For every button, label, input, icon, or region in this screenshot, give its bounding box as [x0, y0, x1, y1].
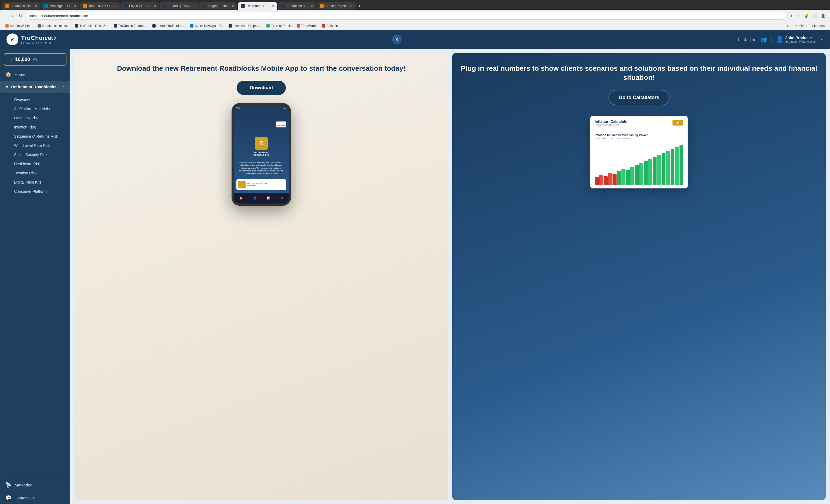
browser-toolbar: ‹ › ↻ ⬆ ☆ 🧩 ⬜ 👤	[0, 10, 830, 22]
sidebar-item-home[interactable]: 🏠 Home	[0, 68, 70, 81]
k-button[interactable]: K	[392, 35, 402, 44]
tab-close-7[interactable]: ✕	[272, 5, 274, 7]
sidebar-subitem-all-platform-materials[interactable]: All Platform Materials	[0, 104, 70, 113]
tab-close-2[interactable]: ✕	[74, 5, 76, 7]
bookmark-10[interactable]: Seismic	[320, 23, 340, 29]
new-tab-button[interactable]: +	[356, 2, 363, 9]
sidebar-retirement-label: Retirement Roadblocks	[11, 85, 59, 89]
calc-body: Inflation Impact on Purchasing Power HYP…	[590, 130, 688, 189]
phone-description: Master these Retirement Roadblock conver…	[238, 161, 284, 175]
points-value: 10,000	[15, 57, 30, 62]
user-chevron-icon: ▼	[820, 37, 824, 41]
tab-close-8[interactable]: ✕	[311, 5, 313, 7]
mobile-app-card: Download the new Retirement Roadblocks M…	[74, 53, 448, 500]
bookmark-3[interactable]: TruChoice Docs &...	[73, 23, 110, 29]
header-right: f 𝕏 in 👥 👤 John Producer jproducer@finan…	[738, 36, 824, 43]
browser-tab-8[interactable]: Production Ac... ✕	[278, 2, 316, 10]
tab-close-4[interactable]: ✕	[154, 5, 156, 7]
profile-icon[interactable]: 👤	[820, 13, 827, 19]
calc-title-area: Inflation Calculator September 18, 2021	[595, 119, 629, 127]
header-left: ✓ TruChoice® FINANCIAL GROUP	[6, 33, 56, 45]
bookmark-5[interactable]: demo | TruChoice...	[150, 23, 187, 29]
sidebar-subitem-taxation-risk[interactable]: Taxation Risk	[0, 168, 70, 178]
sidebar-item-retirement-roadblocks[interactable]: ≡ Retirement Roadblocks ∧	[0, 81, 70, 93]
browser-tab-9[interactable]: Home | Projec... ✕	[317, 2, 356, 10]
user-name: John Producer	[786, 36, 818, 40]
bookmark-1[interactable]: Act-On Wix etc.	[3, 23, 34, 29]
calculators-title: Plug in real numbers to show clients sce…	[460, 64, 818, 82]
bookmarks-folder[interactable]: 📁 Other Bookmarks	[792, 23, 827, 29]
linkedin-icon[interactable]: in	[751, 37, 756, 42]
bookmark-8[interactable]: Everest Public	[264, 23, 294, 29]
points-label: Pts	[33, 58, 37, 61]
tab-close-6[interactable]: ✕	[232, 5, 234, 7]
window-icon[interactable]: ⬜	[811, 13, 819, 19]
phone-screen: 9:33 ●●● R RETIREMENTROADBLOCKS Tr	[234, 105, 289, 204]
reload-button[interactable]: ↻	[17, 12, 24, 20]
manage-users-icon[interactable]: 👥	[760, 36, 767, 43]
browser-tab-3[interactable]: Task 1077: Oct... ✕	[80, 2, 120, 10]
back-button[interactable]: ‹	[3, 12, 8, 20]
browser-tab-1[interactable]: creative circle... ✕	[2, 2, 40, 10]
twitter-x-icon[interactable]: 𝕏	[743, 37, 747, 42]
sidebar-item-contact-us[interactable]: 💬 Contact Us	[0, 491, 70, 504]
points-badge[interactable]: ☆ 10,000 Pts	[4, 53, 66, 66]
bookmark-7[interactable]: localhost | Project...	[226, 23, 263, 29]
tab-close-1[interactable]: ✕	[35, 5, 37, 7]
bookmark-9[interactable]: TeamWork	[295, 23, 319, 29]
go-to-calculators-button[interactable]: Go to Calculators	[608, 90, 670, 105]
tab-close-9[interactable]: ✕	[350, 5, 352, 7]
phone-mockup: 9:33 ●●● R RETIREMENTROADBLOCKS Tr	[231, 103, 291, 206]
sidebar-subitem-overview[interactable]: Overview	[0, 95, 70, 104]
logo-text: TruChoice® FINANCIAL GROUP	[21, 35, 56, 44]
bookmark-icon[interactable]: ☆	[795, 13, 802, 19]
bookmark-2[interactable]: creative circle tim...	[35, 23, 72, 29]
browser-tab-2[interactable]: Messages - Li... ✕	[41, 2, 79, 10]
browser-tab-6[interactable]: stage2.trucho... ✕	[199, 2, 237, 10]
mobile-app-title: Download the new Retirement Roadblocks M…	[117, 64, 406, 73]
sidebar-subitem-inflation-risk[interactable]: Inflation Risk	[0, 123, 70, 132]
sidebar-subitem-withdrawal-rate-risk[interactable]: Withdrawal Rate Risk	[0, 141, 70, 150]
sidebar: ☆ 10,000 Pts 🏠 Home ≡ Retirement Roadblo…	[0, 49, 70, 504]
sidebar-subitem-healthcare-risk[interactable]: Healthcare Risk	[0, 159, 70, 168]
browser-tabs-bar: creative circle... ✕ Messages - Li... ✕ …	[0, 0, 830, 10]
bookmark-4[interactable]: TruChoice Financi...	[111, 23, 149, 29]
tab-close-3[interactable]: ✕	[115, 5, 117, 7]
forward-button[interactable]: ›	[10, 12, 14, 20]
user-info: John Producer jproducer@financial.com	[786, 36, 818, 43]
retirement-chevron-icon: ∧	[62, 85, 65, 89]
user-avatar-icon: 👤	[776, 36, 783, 43]
tab-close-5[interactable]: ✕	[193, 5, 196, 7]
browser-tab-4[interactable]: Log in | TruCh... ✕	[121, 2, 159, 10]
app-header: ✓ TruChoice® FINANCIAL GROUP K f 𝕏 in 👥 …	[0, 30, 830, 49]
user-email: jproducer@financial.com	[786, 40, 818, 43]
points-star-icon: ☆	[9, 57, 13, 62]
phone-bottom-nav: 🏠 👤 📊 ⚙	[234, 193, 289, 204]
facebook-icon[interactable]: f	[738, 37, 739, 42]
bookmarks-bar: Act-On Wix etc. creative circle tim... T…	[0, 22, 830, 30]
calc-header: Inflation Calculator September 18, 2021 …	[590, 116, 688, 130]
sidebar-item-marketing[interactable]: 📡 Marketing	[0, 478, 70, 491]
browser-tab-5[interactable]: Buttons | TruC... ✕	[160, 2, 199, 10]
download-button[interactable]: Download	[237, 81, 286, 95]
sidebar-marketing-label: Marketing	[14, 483, 65, 487]
calculator-mockup: Inflation Calculator September 18, 2021 …	[590, 116, 688, 189]
logo-name: TruChoice®	[21, 35, 56, 41]
sidebar-home-label: Home	[14, 72, 65, 77]
sidebar-subitem-digital-pitch-kits[interactable]: Digital Pitch Kits	[0, 178, 70, 187]
user-profile-section[interactable]: 👤 John Producer jproducer@financial.com …	[771, 36, 824, 43]
logo-area: ✓ TruChoice® FINANCIAL GROUP	[6, 33, 56, 45]
address-bar[interactable]	[26, 12, 786, 20]
share-icon[interactable]: ⬆	[788, 13, 794, 19]
browser-tab-7-active[interactable]: Retirement Ro... ✕	[238, 2, 277, 10]
sidebar-subitem-sequence-of-returns-risk[interactable]: Sequence of Returns Risk	[0, 132, 70, 141]
bookmarks-more[interactable]: »	[785, 23, 791, 29]
content-area: Download the new Retirement Roadblocks M…	[70, 49, 830, 504]
bookmark-6[interactable]: Azure DevOps - P...	[188, 23, 225, 29]
sidebar-subitem-longevity-risk[interactable]: Longevity Risk	[0, 113, 70, 123]
retirement-roadblocks-icon: ≡	[5, 84, 8, 89]
sidebar-subitem-consumer-platform[interactable]: Consumer Platform	[0, 187, 70, 196]
logo-icon: ✓	[6, 33, 19, 45]
sidebar-subitem-social-security-risk[interactable]: Social Security Risk	[0, 150, 70, 159]
extensions-icon[interactable]: 🧩	[803, 13, 810, 19]
